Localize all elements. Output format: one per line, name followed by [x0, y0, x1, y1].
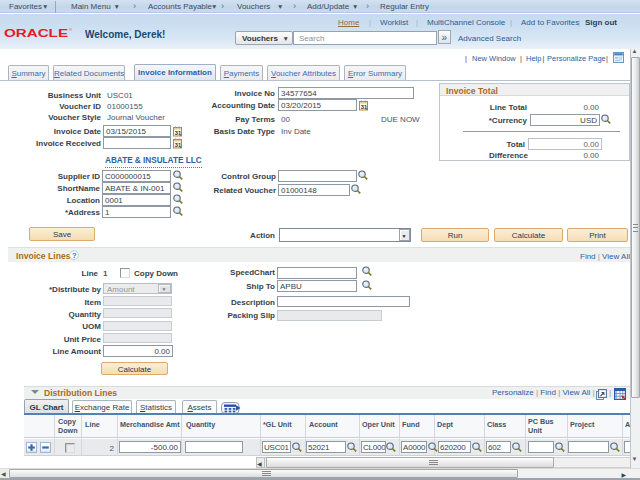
svg-text:?: ?: [72, 251, 77, 260]
svg-text:ORACLE: ORACLE: [4, 27, 68, 39]
